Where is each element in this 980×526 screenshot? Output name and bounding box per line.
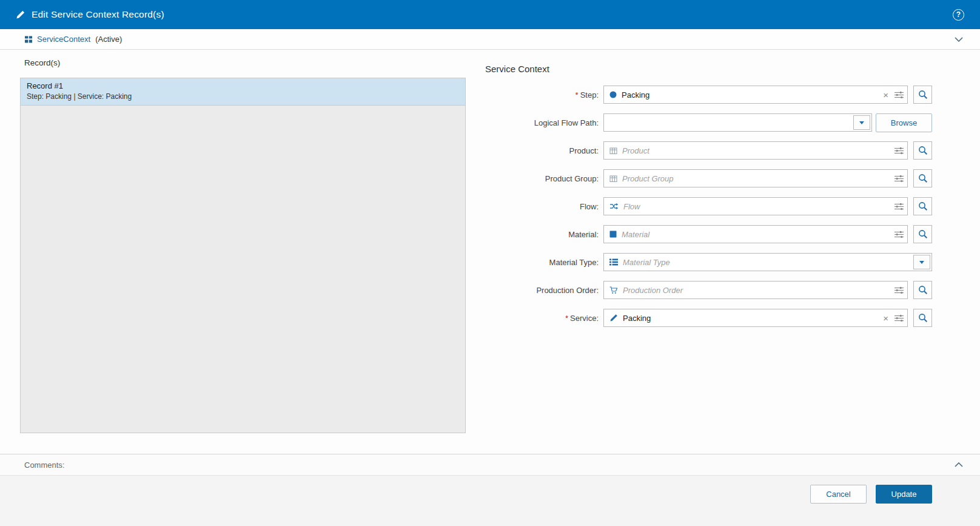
material-type-input[interactable]	[623, 258, 910, 267]
entity-link[interactable]: ServiceContext	[24, 35, 90, 44]
required-asterisk: *	[576, 90, 579, 99]
step-input-box[interactable]: ×	[603, 86, 908, 104]
comments-chevron-up-icon[interactable]	[955, 462, 963, 467]
material-label: Material:	[485, 230, 603, 239]
update-button[interactable]: Update	[876, 485, 932, 504]
logical-flow-path-dropdown-button[interactable]	[853, 115, 870, 130]
form-row-product: Product:	[485, 141, 932, 160]
production-order-lookup-button[interactable]	[913, 281, 932, 299]
record-list-item-selected[interactable]: Record #1 Step: Packing | Service: Packi…	[21, 78, 465, 106]
product-filter-icon[interactable]	[894, 147, 904, 155]
record-subtitle: Step: Packing | Service: Packing	[27, 92, 459, 101]
material-type-icon	[609, 258, 618, 266]
product-group-input[interactable]	[622, 174, 893, 183]
production-order-label: Production Order:	[485, 286, 603, 295]
entity-status: (Active)	[95, 35, 122, 44]
entity-bar: ServiceContext (Active)	[0, 29, 980, 50]
product-group-filter-icon[interactable]	[894, 175, 904, 183]
product-group-label: Product Group:	[485, 174, 603, 183]
app-header: Edit Service Context Record(s) ?	[0, 0, 980, 29]
material-input-box[interactable]	[603, 225, 908, 243]
form-row-service: *Service: ×	[485, 309, 932, 327]
records-list[interactable]: Record #1 Step: Packing | Service: Packi…	[20, 78, 466, 433]
material-type-dropdown-button[interactable]	[913, 255, 930, 269]
service-input-box[interactable]: ×	[603, 309, 908, 327]
form-row-material: Material:	[485, 225, 932, 243]
edit-pencil-icon	[16, 10, 25, 19]
flow-input[interactable]	[623, 202, 893, 211]
page-title: Edit Service Context Record(s)	[32, 9, 164, 20]
service-clear-icon[interactable]: ×	[883, 314, 888, 323]
material-filter-icon[interactable]	[894, 231, 904, 238]
service-input[interactable]	[623, 314, 881, 323]
material-input[interactable]	[622, 230, 893, 239]
step-filter-icon[interactable]	[894, 91, 904, 99]
flow-icon	[609, 202, 619, 211]
step-input[interactable]	[622, 90, 881, 99]
product-group-input-box[interactable]	[603, 169, 908, 187]
form-row-product-group: Product Group:	[485, 169, 932, 187]
service-context-entity-icon	[24, 35, 33, 44]
service-label: *Service:	[485, 314, 603, 323]
product-label: Product:	[485, 146, 603, 155]
material-lookup-button[interactable]	[913, 225, 932, 243]
production-order-input-box[interactable]	[603, 281, 908, 299]
browse-button[interactable]: Browse	[876, 113, 932, 132]
records-panel-title: Record(s)	[24, 58, 60, 67]
product-group-icon	[609, 175, 617, 183]
form-row-step: *Step: ×	[485, 86, 932, 104]
logical-flow-path-label: Logical Flow Path:	[485, 118, 603, 127]
product-input-box[interactable]	[603, 141, 908, 160]
help-icon[interactable]: ?	[953, 9, 964, 21]
form-row-logical-flow-path: Logical Flow Path: Browse	[485, 113, 932, 132]
record-title: Record #1	[27, 81, 459, 90]
flow-label: Flow:	[485, 202, 603, 211]
product-group-lookup-button[interactable]	[913, 169, 932, 187]
comments-label: Comments:	[24, 460, 64, 470]
service-context-form: Service Context *Step: ×	[485, 64, 932, 337]
material-type-label: Material Type:	[485, 258, 603, 267]
service-filter-icon[interactable]	[894, 314, 904, 322]
logical-flow-path-input-box[interactable]	[603, 113, 872, 132]
production-order-filter-icon[interactable]	[894, 286, 904, 294]
product-input[interactable]	[622, 146, 893, 155]
form-row-production-order: Production Order:	[485, 281, 932, 299]
flow-filter-icon[interactable]	[894, 203, 904, 211]
material-icon	[609, 231, 617, 238]
required-asterisk: *	[565, 314, 568, 323]
material-type-input-box[interactable]	[603, 253, 932, 271]
footer-action-bar: Cancel Update	[0, 475, 980, 526]
flow-lookup-button[interactable]	[913, 197, 932, 215]
service-icon	[609, 314, 618, 322]
step-circle-icon	[609, 91, 617, 98]
service-lookup-button[interactable]	[913, 309, 932, 327]
form-row-flow: Flow:	[485, 197, 932, 215]
cancel-button[interactable]: Cancel	[810, 485, 867, 504]
step-lookup-button[interactable]	[913, 86, 932, 104]
form-title: Service Context	[485, 64, 932, 74]
form-row-material-type: Material Type:	[485, 253, 932, 271]
collapse-chevron-down-icon[interactable]	[955, 37, 963, 42]
product-icon	[609, 147, 617, 155]
product-lookup-button[interactable]	[913, 141, 932, 160]
logical-flow-path-input[interactable]	[611, 118, 850, 127]
production-order-input[interactable]	[623, 286, 893, 295]
entity-name[interactable]: ServiceContext	[37, 35, 90, 44]
production-order-cart-icon	[609, 286, 618, 294]
step-clear-icon[interactable]: ×	[883, 90, 888, 99]
step-label: *Step:	[485, 90, 603, 99]
flow-input-box[interactable]	[603, 197, 908, 215]
comments-section-header: Comments:	[0, 454, 980, 475]
